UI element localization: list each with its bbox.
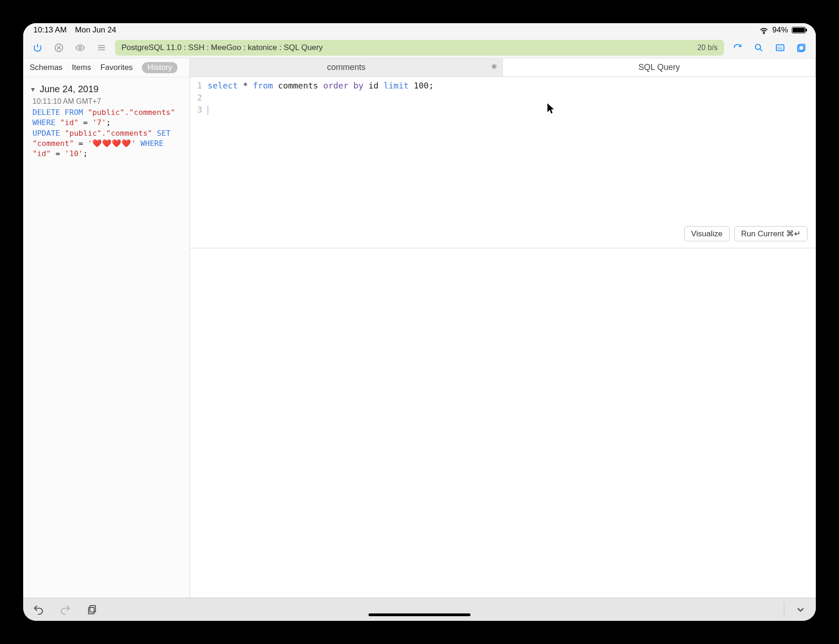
sql-badge-icon[interactable]: SQL xyxy=(772,40,788,56)
wifi-icon xyxy=(759,26,769,34)
svg-line-7 xyxy=(760,49,762,51)
history-sql[interactable]: DELETE FROM "public"."comments" WHERE "i… xyxy=(30,106,183,159)
eye-icon[interactable] xyxy=(72,40,88,56)
home-indicator xyxy=(369,613,470,616)
sidebar: Schemas Items Favorites History ▼ June 2… xyxy=(23,58,190,598)
svg-rect-13 xyxy=(90,606,95,612)
chevron-down-icon: ▼ xyxy=(30,86,36,93)
cancel-icon[interactable] xyxy=(51,40,67,56)
battery-percent: 94% xyxy=(772,25,788,35)
sidebar-tab-history[interactable]: History xyxy=(142,62,178,73)
refresh-icon[interactable] xyxy=(730,40,745,56)
status-bar: 10:13 AM Mon Jun 24 94% xyxy=(23,23,816,37)
editor-area: 1 2 3 select * from comments order by id… xyxy=(190,77,816,248)
status-date: Mon Jun 24 xyxy=(75,25,116,35)
window-icon[interactable] xyxy=(794,40,809,56)
tab-comments[interactable]: comments xyxy=(190,58,503,76)
results-pane xyxy=(190,248,816,598)
status-time: 10:13 AM xyxy=(33,25,67,35)
svg-point-2 xyxy=(79,46,82,49)
svg-text:SQL: SQL xyxy=(777,46,783,50)
undo-icon[interactable] xyxy=(32,603,45,617)
sql-editor[interactable]: select * from comments order by id limit… xyxy=(206,80,816,116)
svg-rect-14 xyxy=(89,607,94,614)
tab-label: SQL Query xyxy=(638,63,680,72)
chevron-down-icon[interactable] xyxy=(794,603,807,617)
close-icon[interactable] xyxy=(490,63,498,72)
sidebar-tabs: Schemas Items Favorites History xyxy=(23,58,190,77)
bottom-bar xyxy=(23,598,816,621)
mouse-cursor-icon xyxy=(547,103,555,116)
power-icon[interactable] xyxy=(30,40,45,56)
sidebar-tab-schemas[interactable]: Schemas xyxy=(30,63,63,72)
svg-point-0 xyxy=(763,33,764,34)
toolbar: PostgreSQL 11.0 : SSH : MeeGoo : katonic… xyxy=(23,37,816,58)
history-date: June 24, 2019 xyxy=(40,84,99,95)
address-bar[interactable]: PostgreSQL 11.0 : SSH : MeeGoo : katonic… xyxy=(115,40,724,56)
tab-sql-query[interactable]: SQL Query xyxy=(503,58,816,76)
sidebar-tab-items[interactable]: Items xyxy=(72,63,91,72)
tab-label: comments xyxy=(327,63,365,72)
address-text: PostgreSQL 11.0 : SSH : MeeGoo : katonic… xyxy=(121,43,323,52)
transfer-rate: 20 b/s xyxy=(697,44,718,52)
line-gutter: 1 2 3 xyxy=(190,80,206,116)
sidebar-tab-favorites[interactable]: Favorites xyxy=(100,63,133,72)
battery-icon xyxy=(792,27,806,33)
history-time: 10:11:10 AM GMT+7 xyxy=(30,97,183,106)
search-icon[interactable] xyxy=(751,40,767,56)
redo-icon[interactable] xyxy=(58,603,72,617)
visualize-button[interactable]: Visualize xyxy=(684,226,730,241)
editor-tabbar: comments SQL Query xyxy=(190,58,816,77)
history-date-header[interactable]: ▼ June 24, 2019 xyxy=(30,82,183,97)
run-current-button[interactable]: Run Current ⌘↵ xyxy=(734,226,807,241)
list-icon[interactable] xyxy=(94,40,109,56)
copy-icon[interactable] xyxy=(85,603,99,617)
svg-point-6 xyxy=(756,44,761,49)
